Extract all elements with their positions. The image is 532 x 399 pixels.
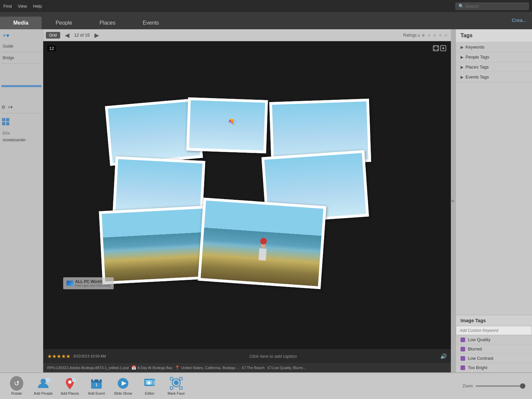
arrow-people: ▶	[461, 55, 464, 60]
svg-point-22	[174, 380, 179, 385]
add-event-label: Add Event	[88, 391, 105, 395]
editor-button[interactable]: Editor	[140, 377, 160, 395]
add-event-icon: 1	[90, 377, 103, 390]
create-button[interactable]: Crea...	[506, 15, 532, 26]
rotate-icon-shape: ↺	[10, 376, 23, 391]
nav-counter: 12 of 15	[74, 33, 90, 38]
rotate-icon: ↺	[10, 377, 23, 390]
fullscreen-icon[interactable]	[433, 45, 439, 51]
beach-icon: 🏷	[242, 365, 246, 370]
places-tags-label: Places Tags	[466, 65, 489, 69]
mark-face-label: Mark Face	[168, 391, 185, 395]
tag-dot-3	[461, 365, 465, 370]
kite: 🪁	[227, 117, 239, 128]
star-5[interactable]: ★	[444, 33, 448, 38]
tag-category-places[interactable]: ▶ Places Tags	[456, 62, 532, 72]
image-tags-section: Image Tags Low Quality Blurred Low Contr…	[456, 315, 532, 372]
svg-rect-11	[91, 379, 102, 382]
slideshow-label: Slide Show	[114, 391, 132, 395]
custom-keyword-input[interactable]	[456, 326, 532, 335]
keywords-label: Keywords	[466, 45, 484, 50]
menu-bar: Find View Help 🔍	[0, 0, 532, 12]
rotate-label: Rotate	[11, 391, 22, 395]
svg-rect-26	[180, 387, 182, 389]
tag-category-people[interactable]: ▶ People Tags	[456, 52, 532, 62]
caption[interactable]: Click here to add caption	[108, 354, 438, 359]
mark-face-button[interactable]: Mark Face	[166, 377, 186, 395]
tab-events[interactable]: Events	[129, 17, 172, 29]
svg-rect-20	[152, 379, 155, 386]
file-tag-4: 🏷 Low Quality, Blurre...	[267, 365, 306, 370]
svg-rect-23	[170, 377, 173, 380]
svg-point-8	[68, 380, 71, 384]
gear-icon[interactable]: ⚙	[1, 104, 6, 110]
star-2[interactable]: ★	[427, 33, 431, 38]
svg-rect-12	[93, 378, 94, 381]
add-small-button[interactable]: +▾	[8, 104, 13, 110]
tag-category-keywords[interactable]: ▶ Keywords	[456, 42, 532, 52]
bottom-toolbar: ↺ Rotate Add People Add Places 1 Add Eve…	[0, 372, 532, 399]
egs-label: EGs	[1, 130, 42, 136]
expand-icon[interactable]	[440, 45, 446, 51]
zoom-thumb[interactable]	[520, 383, 525, 389]
svg-rect-13	[98, 378, 100, 381]
location-text: United States, California, Bodega ...	[181, 366, 239, 370]
image-corner-icons	[433, 45, 446, 51]
filename: RPH-130322-Adobe-Bodega-8873-1_edited-1.…	[47, 366, 129, 370]
svg-point-6	[41, 379, 46, 384]
location-icon: 📍	[175, 365, 180, 370]
tag1-text: A Day At Bodega Bay	[137, 366, 172, 370]
tag-label-2: Low Contrast	[468, 356, 493, 361]
menu-help[interactable]: Help	[33, 4, 42, 9]
tag-item-0: Low Quality	[456, 335, 532, 344]
photo-collage: 🪁	[94, 95, 400, 295]
file-tag-3: 🏷 The Beach	[242, 365, 264, 370]
star-3[interactable]: ★	[433, 33, 437, 38]
add-places-button[interactable]: Add Places	[60, 377, 80, 395]
svg-rect-0	[2, 118, 5, 121]
nav-prev-button[interactable]: ◀	[62, 32, 72, 39]
tag-category-events[interactable]: ▶ Events Tags	[456, 72, 532, 82]
rotate-button[interactable]: ↺ Rotate	[7, 377, 27, 395]
tag2-text: The Beach	[247, 366, 264, 370]
zoom-slider[interactable]	[475, 385, 525, 387]
selected-item[interactable]	[1, 85, 42, 87]
content-area: Grid ◀ 12 of 15 ▶ Ratings ≥ ★ ★ ★ ★ ★ 12	[43, 29, 451, 372]
star-4[interactable]: ★	[438, 33, 443, 38]
photo-bottom-left	[99, 206, 209, 284]
tab-people[interactable]: People	[42, 17, 85, 29]
tag-item-2: Low Contrast	[456, 354, 532, 363]
tab-media[interactable]: Media	[0, 17, 42, 29]
organizer-icon	[1, 117, 11, 127]
guide-label: Guide	[1, 43, 42, 49]
photo-top-center: 🪁	[186, 97, 268, 153]
arrow-keywords: ▶	[461, 45, 464, 50]
date-time: 3/22/2013 10:50 AM	[73, 354, 106, 358]
add-button-top[interactable]: +▾	[3, 32, 42, 39]
slideshow-button[interactable]: Slide Show	[113, 377, 133, 395]
image-area[interactable]: 12 🪁	[43, 41, 451, 349]
menu-view[interactable]: View	[18, 4, 27, 9]
star-1[interactable]: ★	[421, 33, 426, 38]
search-icon: 🔍	[459, 4, 464, 9]
tag-item-3: Too Bright	[456, 363, 532, 372]
panel-divider[interactable]: ►	[451, 29, 456, 372]
volume-icon[interactable]: 🔊	[440, 353, 447, 359]
add-people-button[interactable]: Add People	[33, 377, 53, 395]
watermark-icon	[66, 281, 73, 286]
ratings-label: Ratings ≥	[403, 33, 420, 38]
gear-row: ⚙ +▾	[1, 104, 42, 110]
tag-label-0: Low Quality	[468, 337, 490, 342]
search-input[interactable]	[465, 4, 525, 9]
menu-find[interactable]: Find	[3, 4, 12, 9]
editor-icon	[143, 377, 156, 390]
nav-next-button[interactable]: ▶	[92, 32, 102, 39]
add-event-button[interactable]: 1 Add Event	[86, 377, 106, 395]
people-tags-label: People Tags	[466, 55, 489, 60]
tab-places[interactable]: Places	[86, 17, 129, 29]
file-tag-1: 📅 A Day At Bodega Bay	[131, 365, 172, 370]
add-places-icon	[63, 377, 76, 390]
grid-button[interactable]: Grid	[46, 32, 60, 39]
tag-label-1: Blurred	[468, 346, 482, 351]
tags-header: Tags	[456, 29, 532, 42]
